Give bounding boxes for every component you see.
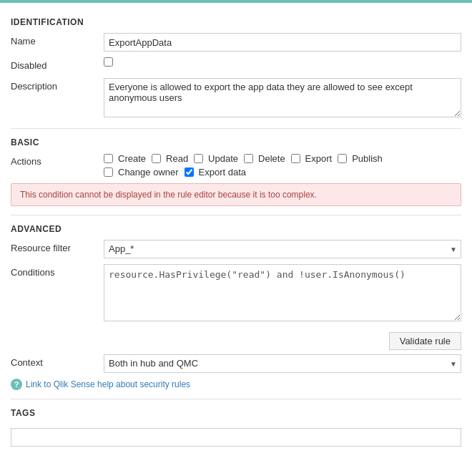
description-label: Description	[11, 78, 104, 92]
help-link-row: ? Link to Qlik Sense help about security…	[11, 379, 461, 390]
advanced-section-title: ADVANCED	[11, 224, 461, 234]
resource-filter-row: Resource filter App_*	[11, 240, 461, 258]
conditions-row: Conditions resource.HasPrivilege("read")…	[11, 264, 461, 324]
name-label: Name	[11, 33, 104, 47]
action-export-data-label: Export data	[199, 167, 247, 178]
action-change-owner-checkbox[interactable]	[104, 167, 113, 177]
action-export-label: Export	[305, 153, 333, 164]
divider-3	[11, 399, 461, 399]
action-delete-label: Delete	[258, 153, 285, 164]
help-link[interactable]: Link to Qlik Sense help about security r…	[26, 379, 190, 389]
actions-wrap: Create Read Update Delete Export	[104, 153, 461, 164]
actions-wrap-2: Change owner Export data	[104, 167, 461, 178]
action-create-label: Create	[118, 153, 146, 164]
action-read-checkbox[interactable]	[152, 154, 161, 163]
disabled-row: Disabled	[11, 57, 461, 72]
validate-row: Validate rule	[11, 329, 461, 354]
action-update-label: Update	[208, 153, 238, 164]
tags-section-title: TAGS	[11, 408, 461, 418]
name-input[interactable]	[104, 33, 461, 52]
action-update: Update	[194, 153, 238, 164]
resource-filter-select-wrap: App_*	[104, 240, 461, 258]
actions-label: Actions	[11, 153, 104, 167]
conditions-label: Conditions	[11, 264, 104, 278]
action-change-owner: Change owner	[104, 167, 179, 178]
disabled-checkbox[interactable]	[104, 57, 113, 67]
cursor-hint	[49, 61, 61, 72]
action-change-owner-label: Change owner	[118, 167, 179, 178]
action-export-checkbox[interactable]	[291, 154, 300, 163]
resource-filter-label: Resource filter	[11, 240, 104, 253]
tags-input[interactable]	[11, 428, 461, 447]
context-select[interactable]: Both in hub and QMC Hub only QMC only	[104, 354, 461, 373]
basic-section-title: BASIC	[11, 137, 461, 147]
action-delete: Delete	[244, 153, 285, 164]
divider-2	[11, 215, 461, 215]
disabled-label: Disabled	[11, 57, 104, 72]
validate-rule-button[interactable]: Validate rule	[389, 332, 461, 350]
identification-section-title: IDENTIFICATION	[11, 17, 461, 27]
warning-text: This condition cannot be displayed in th…	[20, 190, 317, 200]
help-icon: ?	[11, 379, 22, 390]
action-export-data-checkbox[interactable]	[185, 167, 194, 177]
resource-filter-select[interactable]: App_*	[104, 240, 461, 258]
name-input-wrap	[104, 33, 461, 52]
action-export: Export	[291, 153, 333, 164]
action-read: Read	[152, 153, 188, 164]
action-publish: Publish	[338, 153, 383, 164]
conditions-textarea[interactable]: resource.HasPrivilege("read") and !user.…	[104, 264, 461, 321]
divider-1	[11, 128, 461, 129]
context-select-wrap: Both in hub and QMC Hub only QMC only	[104, 354, 461, 373]
description-textarea[interactable]: Everyone is allowed to export the app da…	[104, 78, 461, 117]
action-publish-label: Publish	[352, 153, 383, 164]
warning-box: This condition cannot be displayed in th…	[11, 183, 461, 206]
action-delete-checkbox[interactable]	[244, 154, 253, 163]
action-export-data: Export data	[185, 167, 247, 178]
action-update-checkbox[interactable]	[194, 154, 203, 163]
actions-row: Actions Create Read Update Delete	[11, 153, 461, 178]
name-row: Name	[11, 33, 461, 52]
description-row: Description Everyone is allowed to expor…	[11, 78, 461, 120]
context-row: Context Both in hub and QMC Hub only QMC…	[11, 354, 461, 373]
action-publish-checkbox[interactable]	[338, 154, 347, 163]
context-label: Context	[11, 354, 104, 368]
action-read-label: Read	[166, 153, 188, 164]
action-create-checkbox[interactable]	[104, 154, 113, 163]
action-create: Create	[104, 153, 146, 164]
